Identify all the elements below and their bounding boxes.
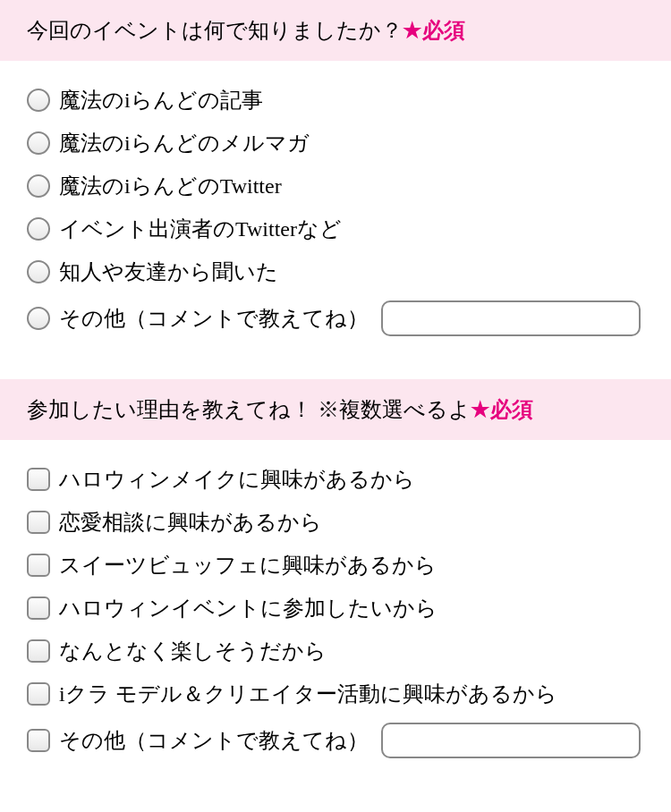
required-badge: ★必須 bbox=[471, 398, 533, 421]
option-label: 魔法のiらんどのTwitter bbox=[59, 172, 282, 200]
radio-button[interactable] bbox=[27, 260, 50, 283]
checkbox[interactable] bbox=[27, 511, 50, 534]
option-label: 恋愛相談に興味があるから bbox=[59, 508, 322, 537]
option-label: その他（コメントで教えてね） bbox=[59, 304, 369, 333]
checkbox[interactable] bbox=[27, 729, 50, 752]
option-label: ハロウィンメイクに興味があるから bbox=[59, 465, 415, 494]
q2-title: 参加したい理由を教えてね！ ※複数選べるよ bbox=[27, 398, 471, 421]
required-badge: ★必須 bbox=[403, 19, 465, 42]
option-label: スイーツビュッフェに興味があるから bbox=[59, 551, 437, 579]
q1-option[interactable]: 魔法のiらんどのTwitter bbox=[27, 165, 644, 207]
option-label: イベント出演者のTwitterなど bbox=[59, 215, 342, 243]
q2-option[interactable]: iクラ モデル＆クリエイター活動に興味があるから bbox=[27, 672, 644, 715]
option-label: なんとなく楽しそうだから bbox=[59, 637, 327, 665]
q1-header: 今回のイベントは何で知りましたか？★必須 bbox=[0, 0, 671, 61]
q1-option[interactable]: 魔法のiらんどの記事 bbox=[27, 79, 644, 122]
option-label: その他（コメントで教えてね） bbox=[59, 726, 369, 755]
option-label: iクラ モデル＆クリエイター活動に興味があるから bbox=[59, 680, 557, 708]
q2-option[interactable]: なんとなく楽しそうだから bbox=[27, 630, 644, 672]
q1-other-input[interactable] bbox=[381, 300, 641, 336]
radio-button[interactable] bbox=[27, 307, 50, 330]
option-label: 知人や友達から聞いた bbox=[59, 258, 278, 286]
checkbox[interactable] bbox=[27, 639, 50, 663]
q2-option[interactable]: ハロウィンイベントに参加したいから bbox=[27, 587, 644, 630]
q1-option[interactable]: 魔法のiらんどのメルマガ bbox=[27, 122, 644, 165]
checkbox[interactable] bbox=[27, 596, 50, 620]
q2-header: 参加したい理由を教えてね！ ※複数選べるよ★必須 bbox=[0, 379, 671, 440]
q1-title: 今回のイベントは何で知りましたか？ bbox=[27, 19, 403, 42]
q2-option[interactable]: スイーツビュッフェに興味があるから bbox=[27, 544, 644, 587]
radio-button[interactable] bbox=[27, 174, 50, 198]
option-label: 魔法のiらんどの記事 bbox=[59, 86, 263, 114]
q2-other-input[interactable] bbox=[381, 723, 641, 758]
q2-option-other[interactable]: その他（コメントで教えてね） bbox=[27, 715, 644, 765]
q1-option[interactable]: 知人や友達から聞いた bbox=[27, 250, 644, 293]
checkbox[interactable] bbox=[27, 554, 50, 577]
radio-button[interactable] bbox=[27, 217, 50, 241]
q2-option[interactable]: ハロウィンメイクに興味があるから bbox=[27, 458, 644, 501]
q2-options: ハロウィンメイクに興味があるから 恋愛相談に興味があるから スイーツビュッフェに… bbox=[0, 440, 671, 801]
q1-option[interactable]: イベント出演者のTwitterなど bbox=[27, 207, 644, 250]
q2-option[interactable]: 恋愛相談に興味があるから bbox=[27, 501, 644, 544]
option-label: 魔法のiらんどのメルマガ bbox=[59, 129, 310, 157]
checkbox[interactable] bbox=[27, 468, 50, 491]
checkbox[interactable] bbox=[27, 682, 50, 706]
radio-button[interactable] bbox=[27, 89, 50, 112]
radio-button[interactable] bbox=[27, 131, 50, 155]
q1-option-other[interactable]: その他（コメントで教えてね） bbox=[27, 293, 644, 343]
q1-options: 魔法のiらんどの記事 魔法のiらんどのメルマガ 魔法のiらんどのTwitter … bbox=[0, 61, 671, 379]
option-label: ハロウィンイベントに参加したいから bbox=[59, 594, 437, 622]
